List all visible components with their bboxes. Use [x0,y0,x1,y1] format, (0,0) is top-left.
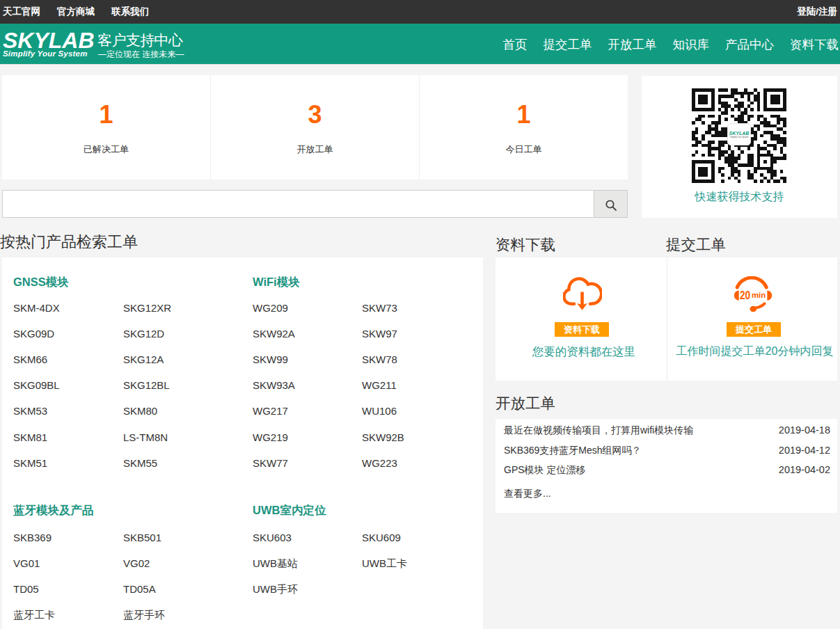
svg-text:min: min [752,291,766,299]
svg-text:20: 20 [740,289,750,302]
